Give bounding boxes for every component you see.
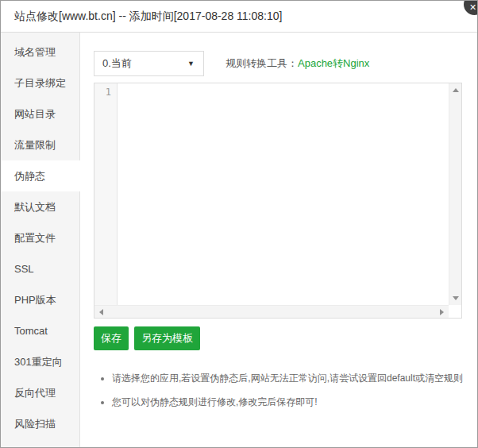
scroll-right-icon[interactable] (440, 309, 444, 315)
rewrite-rule-select-value: 0.当前 (102, 56, 132, 71)
converter-tool: 规则转换工具：Apache转Nginx (226, 56, 369, 71)
rewrite-panel: 0.当前 ▼ 规则转换工具：Apache转Nginx 1 (80, 33, 477, 448)
converter-label: 规则转换工具： (226, 57, 298, 69)
save-button[interactable]: 保存 (94, 326, 129, 350)
editor-vertical-scrollbar[interactable] (449, 83, 461, 305)
help-tip-2: 您可以对伪静态规则进行修改,修改完后保存即可! (112, 396, 462, 408)
rewrite-rule-select[interactable]: 0.当前 ▼ (94, 51, 204, 76)
sidebar-item-risk-scan[interactable]: 风险扫描 (1, 408, 80, 439)
rewrite-rule-editor[interactable]: 1 (94, 83, 462, 319)
scrollbar-corner (449, 305, 461, 318)
sidebar-item-301-redirect[interactable]: 301重定向 (1, 346, 80, 377)
rewrite-toolbar: 0.当前 ▼ 规则转换工具：Apache转Nginx (94, 51, 462, 76)
sidebar-item-config-file[interactable]: 配置文件 (1, 222, 80, 253)
scroll-down-icon[interactable] (453, 296, 459, 300)
action-buttons: 保存 另存为模板 (94, 326, 462, 350)
sidebar-item-php-version[interactable]: PHP版本 (1, 284, 80, 315)
dialog-title: 站点修改[www.bt.cn] -- 添加时间[2017-08-28 11:08… (14, 10, 282, 24)
help-tips: 请选择您的应用,若设置伪静态后,网站无法正常访问,请尝试设置回default或清… (94, 373, 462, 408)
editor-horizontal-scrollbar[interactable] (94, 305, 449, 318)
sidebar-item-ssl[interactable]: SSL (1, 253, 80, 284)
sidebar-item-subdirectory-binding[interactable]: 子目录绑定 (1, 68, 80, 98)
dialog-titlebar: 站点修改[www.bt.cn] -- 添加时间[2017-08-28 11:08… (1, 1, 477, 33)
apache-to-nginx-link[interactable]: Apache转Nginx (298, 57, 369, 69)
editor-text-area[interactable] (118, 83, 449, 305)
line-number: 1 (94, 83, 117, 98)
help-tip-1: 请选择您的应用,若设置伪静态后,网站无法正常访问,请尝试设置回default或清… (112, 373, 462, 384)
sidebar-item-reverse-proxy[interactable]: 反向代理 (1, 377, 80, 408)
sidebar-item-domain-management[interactable]: 域名管理 (1, 37, 80, 68)
chevron-down-icon: ▼ (187, 60, 195, 68)
sidebar: 域名管理 子目录绑定 网站目录 流量限制 伪静态 默认文档 配置文件 SSL P… (1, 33, 80, 448)
editor-line-gutter: 1 (94, 83, 118, 305)
scroll-left-icon[interactable] (99, 309, 103, 315)
sidebar-item-default-document[interactable]: 默认文档 (1, 191, 80, 222)
dialog-body: 域名管理 子目录绑定 网站目录 流量限制 伪静态 默认文档 配置文件 SSL P… (1, 33, 477, 448)
site-modify-dialog: 站点修改[www.bt.cn] -- 添加时间[2017-08-28 11:08… (0, 0, 478, 448)
sidebar-item-tomcat[interactable]: Tomcat (1, 315, 80, 346)
save-as-template-button[interactable]: 另存为模板 (134, 326, 200, 350)
sidebar-item-traffic-limit[interactable]: 流量限制 (1, 129, 80, 160)
sidebar-item-site-directory[interactable]: 网站目录 (1, 98, 80, 129)
sidebar-item-rewrite[interactable]: 伪静态 (1, 160, 80, 191)
scroll-up-icon[interactable] (453, 88, 459, 92)
